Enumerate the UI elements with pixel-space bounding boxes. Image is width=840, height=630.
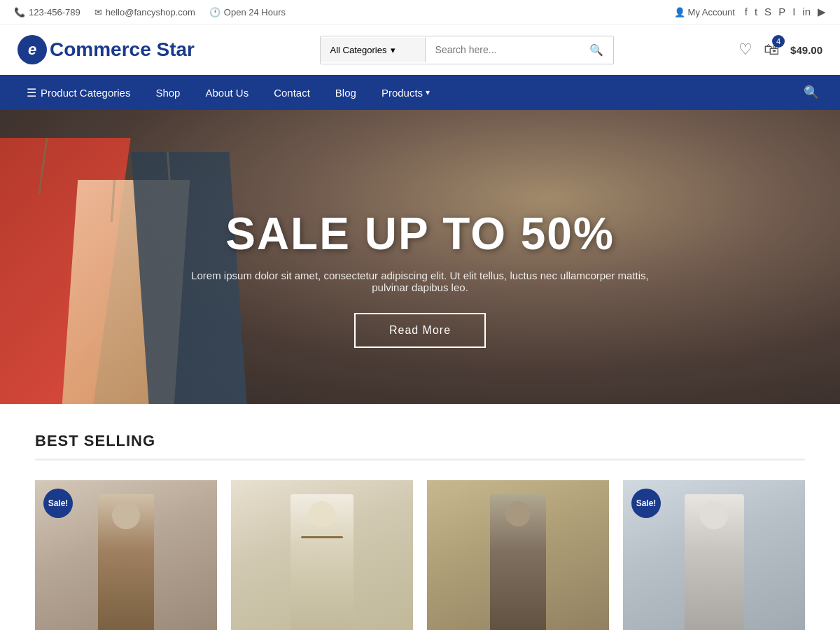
phone-icon: 📞	[14, 7, 25, 18]
nav-categories[interactable]: ☰ Product Categories	[14, 75, 143, 110]
nav-about-label: About Us	[205, 87, 248, 99]
cart-price: $49.00	[790, 44, 822, 56]
logo-text: Commerce Star	[50, 38, 195, 61]
instagram-icon[interactable]: I	[792, 6, 795, 18]
linkedin-icon[interactable]: in	[802, 6, 811, 18]
product-image-1: Sale!	[35, 480, 217, 630]
hero-title: SALE UP TO 50%	[84, 208, 756, 260]
product-card-2[interactable]: Black pants	[231, 480, 413, 630]
nav-blog-label: Blog	[335, 87, 356, 99]
nav-item-blog[interactable]: Blog	[323, 75, 369, 110]
header-icons: ♡ 🛍 4 $49.00	[738, 41, 822, 59]
chevron-down-icon: ▾	[391, 45, 396, 55]
facebook-icon[interactable]: f	[745, 6, 748, 18]
nav-shop-label: Shop	[155, 87, 180, 99]
search-bar: All Categories ▾ 🔍	[320, 36, 614, 64]
products-grid: Sale! Evening trousers Black pan	[35, 480, 805, 630]
twitter-icon[interactable]: t	[755, 6, 757, 18]
nav-products-label: Products	[382, 87, 423, 99]
phone-number: 123-456-789	[29, 7, 80, 18]
youtube-icon[interactable]: ▶	[818, 6, 826, 18]
hero-cta-label: Read More	[389, 324, 451, 336]
product-image-4: Sale!	[623, 480, 805, 630]
cart-badge: 4	[772, 35, 785, 48]
account-icon: 👤	[674, 7, 685, 18]
category-label: All Categories	[330, 45, 387, 55]
nav-item-about[interactable]: About Us	[192, 75, 261, 110]
top-bar-right: 👤 My Account f t S P I in ▶	[674, 6, 826, 18]
social-icons: f t S P I in ▶	[745, 6, 826, 18]
logo[interactable]: e Commerce Star	[18, 35, 195, 64]
top-bar: 📞 123-456-789 ✉ hello@fancyshop.com 🕐 Op…	[0, 0, 840, 24]
chevron-down-icon: ▾	[426, 88, 430, 97]
email-address: hello@fancyshop.com	[106, 7, 195, 18]
hours-text: Open 24 Hours	[224, 7, 286, 18]
account-label: My Account	[688, 7, 735, 18]
hero-section: SALE UP TO 50% Lorem ipsum dolor sit ame…	[0, 110, 840, 404]
product-image-3	[427, 480, 609, 630]
nav-item-contact[interactable]: Contact	[261, 75, 323, 110]
hero-cta-button[interactable]: Read More	[354, 313, 486, 348]
product-image-2	[231, 480, 413, 630]
skype-icon[interactable]: S	[764, 6, 771, 18]
logo-brand: Commerce Star	[50, 38, 195, 60]
hero-content: SALE UP TO 50% Lorem ipsum dolor sit ame…	[84, 208, 756, 348]
sale-badge-4: Sale!	[631, 489, 661, 518]
wishlist-icon[interactable]: ♡	[738, 41, 752, 59]
person-silhouette-3	[427, 480, 609, 630]
pinterest-icon[interactable]: P	[778, 6, 785, 18]
section-title: BEST SELLING	[35, 432, 805, 461]
clock-icon: 🕐	[209, 7, 220, 18]
product-card-4[interactable]: Sale! Polo T-shirt	[623, 480, 805, 630]
email-icon: ✉	[94, 7, 102, 18]
hamburger-icon: ☰	[27, 86, 36, 99]
product-card-3[interactable]: Hard top	[427, 480, 609, 630]
email-info: ✉ hello@fancyshop.com	[94, 7, 195, 18]
nav-categories-label: Product Categories	[41, 87, 130, 99]
hero-subtitle: Lorem ipsum dolor sit amet, consectetur …	[175, 270, 665, 293]
search-button[interactable]: 🔍	[580, 36, 613, 64]
nav-item-products[interactable]: Products ▾	[369, 75, 442, 110]
cart-wrap[interactable]: 🛍 4	[764, 41, 779, 59]
phone-info: 📞 123-456-789	[14, 7, 80, 18]
top-bar-left: 📞 123-456-789 ✉ hello@fancyshop.com 🕐 Op…	[14, 7, 286, 18]
nav-contact-label: Contact	[274, 87, 310, 99]
navbar: ☰ Product Categories Shop About Us Conta…	[0, 75, 840, 110]
best-selling-section: BEST SELLING Sale! Evening trousers	[0, 404, 840, 630]
header: e Commerce Star All Categories ▾ 🔍 ♡ 🛍 4…	[0, 24, 840, 75]
product-card-1[interactable]: Sale! Evening trousers	[35, 480, 217, 630]
nav-search-icon[interactable]: 🔍	[797, 85, 826, 100]
my-account-link[interactable]: 👤 My Account	[674, 7, 735, 18]
nav-item-shop[interactable]: Shop	[143, 75, 192, 110]
hours-info: 🕐 Open 24 Hours	[209, 7, 286, 18]
person-silhouette-2	[231, 480, 413, 630]
search-input[interactable]	[426, 37, 580, 62]
logo-icon: e	[18, 35, 47, 64]
sale-badge-1: Sale!	[43, 489, 73, 518]
category-select[interactable]: All Categories ▾	[321, 38, 426, 62]
